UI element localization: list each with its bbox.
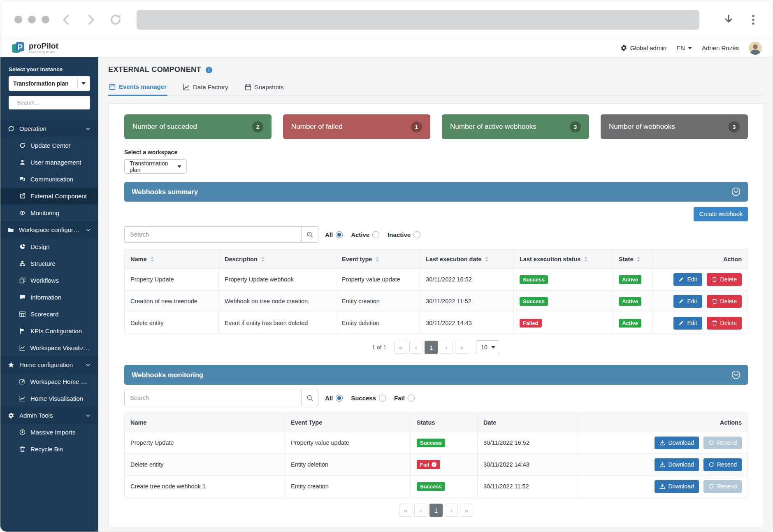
sidebar-item-recycle-bin[interactable]: Recycle Bin: [0, 441, 98, 458]
edit-button[interactable]: Edit: [673, 295, 702, 308]
tab-events-manager[interactable]: Events manager: [108, 81, 167, 96]
sidebar-item-communication[interactable]: Communication: [0, 171, 98, 188]
filter-success[interactable]: Success: [351, 395, 386, 402]
search-button[interactable]: [301, 390, 318, 406]
pagination-first-button[interactable]: «: [399, 504, 412, 517]
pagination-next-button[interactable]: ›: [445, 504, 458, 517]
tab-snapshots[interactable]: Snapshots: [244, 81, 285, 95]
radio-unchecked-icon[interactable]: [408, 395, 415, 402]
address-bar[interactable]: [137, 10, 699, 30]
collapse-chevron-icon[interactable]: [731, 370, 741, 379]
sidebar-group-workspace-configuration[interactable]: Workspace configuration: [0, 221, 98, 238]
monitoring-search-input[interactable]: [124, 390, 301, 406]
sidebar-item-home-visualisation[interactable]: Home Visualisation: [0, 390, 98, 407]
summary-search-input[interactable]: [124, 226, 301, 243]
webhooks-monitoring-header[interactable]: Webhooks monitoring: [124, 365, 748, 385]
page-size-select[interactable]: 10: [476, 340, 500, 354]
sidebar-group-operation[interactable]: Operation: [0, 120, 98, 137]
radio-unchecked-icon[interactable]: [379, 395, 386, 402]
calendar-icon: [245, 84, 251, 91]
pagination-first-button[interactable]: «: [394, 341, 407, 354]
sidebar-item-monitoring[interactable]: Monitoring: [0, 204, 98, 221]
window-control-close[interactable]: [14, 16, 22, 23]
filter-all[interactable]: All: [325, 231, 343, 238]
sidebar-group-admin-tools[interactable]: Admin Tools: [0, 407, 98, 424]
filter-fail[interactable]: Fail: [394, 395, 415, 402]
info-icon[interactable]: [431, 462, 437, 467]
sort-icon[interactable]: [584, 256, 588, 262]
radio-checked-icon[interactable]: [336, 231, 343, 238]
resend-button[interactable]: Resend: [703, 458, 742, 471]
sidebar-search-input[interactable]: [16, 99, 91, 106]
delete-button[interactable]: Delete: [707, 273, 742, 286]
pagination-last-button[interactable]: »: [455, 341, 468, 354]
download-button[interactable]: Download: [655, 480, 699, 493]
back-icon[interactable]: [60, 14, 72, 26]
sidebar-item-workspace-visualization[interactable]: Workspace Visualizat...: [0, 339, 98, 356]
pagination-next-button[interactable]: ›: [440, 341, 453, 354]
user-menu[interactable]: Adrien Rozès: [702, 44, 739, 51]
create-webhook-button[interactable]: Create webhook: [694, 207, 748, 221]
pagination-page-button[interactable]: 1: [429, 504, 443, 517]
sidebar-item-design[interactable]: Design: [0, 238, 98, 255]
workspace-select[interactable]: Transformation plan: [124, 159, 187, 174]
forward-icon[interactable]: [85, 14, 97, 26]
sidebar-item-information[interactable]: Information: [0, 289, 98, 306]
count-badge: 1: [411, 121, 422, 132]
chevron-down-icon: [77, 79, 86, 88]
delete-button[interactable]: Delete: [707, 317, 742, 330]
edit-button[interactable]: Edit: [673, 273, 702, 286]
window-controls: [14, 16, 49, 23]
column-header-state[interactable]: State: [613, 250, 653, 269]
sidebar-item-external-component[interactable]: External Component: [0, 188, 98, 204]
info-icon[interactable]: [205, 66, 213, 74]
pagination-last-button[interactable]: »: [460, 504, 473, 517]
sidebar-item-workflows[interactable]: Workflows: [0, 272, 98, 289]
sort-icon[interactable]: [261, 256, 265, 262]
global-admin-menu[interactable]: Global admin: [620, 44, 666, 51]
column-header-name[interactable]: Name: [125, 250, 219, 269]
radio-unchecked-icon[interactable]: [372, 231, 379, 238]
column-header-last-execution-status[interactable]: Last execution status: [514, 250, 613, 269]
collapse-chevron-icon[interactable]: [731, 187, 741, 196]
window-control-maximize[interactable]: [42, 16, 49, 23]
column-header-description[interactable]: Description: [219, 250, 336, 269]
webhooks-summary-header[interactable]: Webhooks summary: [124, 182, 748, 202]
sidebar-group-home-configuration[interactable]: Home configuration: [0, 356, 98, 373]
sidebar-item-massive-imports[interactable]: Massive Imports: [0, 424, 98, 441]
pagination-prev-button[interactable]: ‹: [409, 341, 422, 354]
kebab-menu-icon[interactable]: [748, 14, 759, 25]
sort-icon[interactable]: [150, 256, 154, 262]
download-button[interactable]: Download: [655, 458, 699, 471]
filter-inactive[interactable]: Inactive: [388, 231, 420, 238]
sidebar-item-structure[interactable]: Structure: [0, 255, 98, 272]
sidebar-item-scorecard[interactable]: Scorecard: [0, 306, 98, 323]
pagination-page-button[interactable]: 1: [425, 341, 438, 354]
tab-data-factory[interactable]: Data Factory: [182, 81, 229, 95]
window-control-minimize[interactable]: [28, 16, 36, 23]
sidebar-item-update-center[interactable]: Update Center: [0, 137, 98, 154]
column-header-event-type[interactable]: Event type: [336, 250, 420, 269]
sort-icon[interactable]: [485, 256, 489, 262]
language-switcher[interactable]: EN: [676, 44, 692, 51]
avatar[interactable]: [749, 42, 762, 55]
edit-button[interactable]: Edit: [673, 317, 702, 330]
delete-button[interactable]: Delete: [707, 295, 742, 308]
radio-checked-icon[interactable]: [336, 395, 343, 402]
sort-icon[interactable]: [636, 256, 641, 262]
sidebar-item-kpis-configuration[interactable]: KPIs Configuration: [0, 323, 98, 339]
column-header-last-execution-date[interactable]: Last execution date: [420, 250, 514, 269]
filter-all[interactable]: All: [325, 395, 343, 402]
sort-icon[interactable]: [375, 256, 379, 262]
filter-active[interactable]: Active: [351, 231, 379, 238]
reload-icon[interactable]: [109, 14, 122, 26]
pagination-prev-button[interactable]: ‹: [414, 504, 427, 517]
download-icon[interactable]: [723, 14, 734, 25]
search-button[interactable]: [301, 226, 318, 243]
instance-select[interactable]: Transformation plan: [9, 76, 90, 91]
radio-unchecked-icon[interactable]: [413, 231, 420, 238]
download-button[interactable]: Download: [655, 437, 699, 449]
sidebar-item-user-management[interactable]: User management: [0, 154, 98, 171]
sidebar-item-workspace-home-configuration[interactable]: Workspace Home Co...: [0, 373, 98, 390]
main-content: EXTERNAL COMPONENT Events manager Data F…: [98, 57, 773, 532]
